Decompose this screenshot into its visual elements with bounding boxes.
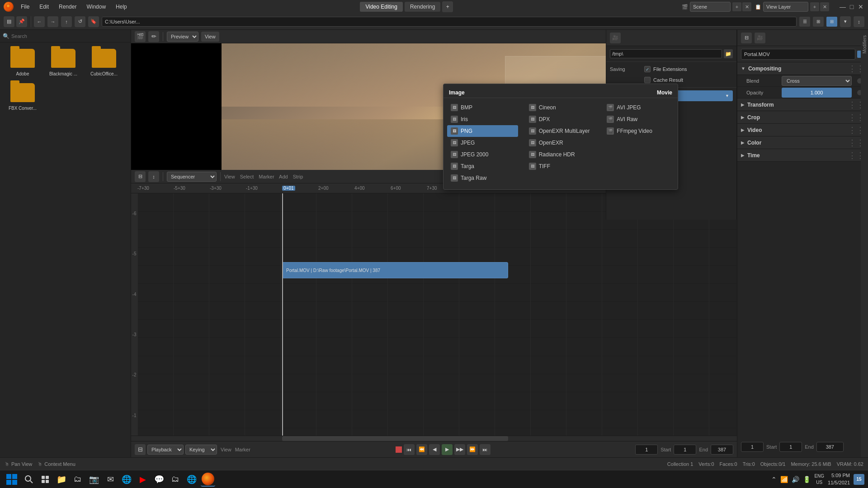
playback-view-menu[interactable]: View (221, 447, 231, 452)
start-button[interactable] (4, 471, 20, 488)
blend-select[interactable]: Cross (782, 76, 852, 86)
format-dpx[interactable]: 🖼 DPX (525, 113, 596, 125)
crop-section-header[interactable]: ▶ Crop ⋮⋮ (737, 111, 868, 124)
preview-tool-btn[interactable]: ✏ (148, 31, 159, 42)
menu-window[interactable]: Window (82, 2, 110, 12)
taskbar-search[interactable] (22, 472, 36, 487)
viewlayer-delete-btn[interactable]: ✕ (820, 2, 829, 11)
tray-lang[interactable]: ENG US (814, 473, 824, 486)
taskbar-discord[interactable]: 💬 (152, 472, 166, 487)
seq-marker-menu[interactable]: Marker (259, 174, 274, 179)
tab-add-button[interactable]: + (442, 1, 453, 12)
color-section-header[interactable]: ▶ Color ⋮⋮ (737, 136, 868, 149)
strip-start-frame[interactable] (741, 442, 764, 452)
path-display[interactable]: C:\Users\User... (102, 17, 797, 27)
format-jpeg2000[interactable]: 🖼 JPEG 2000 (447, 149, 518, 160)
video-section-header[interactable]: ▶ Video ⋮⋮ (737, 124, 868, 136)
grid-view-btn[interactable]: ⊞ (813, 17, 824, 27)
format-targa[interactable]: 🖼 Targa (447, 160, 518, 172)
seq-view-menu[interactable]: View (224, 174, 235, 179)
taskbar-files[interactable]: 🗂 (168, 472, 183, 487)
play-btn[interactable]: ▶ (442, 444, 453, 455)
forward-btn[interactable]: → (47, 16, 58, 27)
format-jpeg[interactable]: 🖼 JPEG (447, 137, 518, 149)
notification-btn[interactable]: 15 (854, 474, 864, 485)
minimize-btn[interactable]: — (839, 3, 846, 10)
list-item[interactable]: FBX Conver... (5, 81, 41, 111)
format-cineon[interactable]: 🖼 Cineon (525, 102, 596, 113)
time-section-header[interactable]: ▶ Time ⋮⋮ (737, 149, 868, 162)
scene-delete-btn[interactable]: ✕ (742, 2, 751, 11)
viewlayer-input[interactable]: View Layer (763, 2, 808, 12)
props-render-btn[interactable]: 🎥 (755, 33, 765, 43)
frame-number-input[interactable]: 1 (635, 445, 658, 455)
taskbar-browser[interactable]: 🌐 (119, 472, 134, 487)
sort-btn[interactable]: ↕ (854, 16, 864, 27)
tab-video-editing[interactable]: Video Editing (360, 2, 403, 12)
bookmark-btn[interactable]: 🔖 (88, 16, 99, 27)
viewlayer-new-btn[interactable]: + (810, 2, 819, 11)
keying-select[interactable]: Keying (185, 445, 217, 455)
cache-result-checkbox[interactable] (644, 77, 651, 83)
format-avi-raw[interactable]: 🎬 AVI Raw (603, 113, 674, 125)
opacity-input[interactable]: 1.000 (782, 88, 852, 98)
taskbar-widgets[interactable]: 🗂 (71, 472, 85, 487)
seq-cursor-btn[interactable]: ↕ (148, 171, 159, 182)
sequencer-mode-select[interactable]: Sequencer (167, 172, 217, 182)
preview-mode-select[interactable]: Preview (167, 32, 198, 42)
tray-clock[interactable]: 5:09 PM 11/5/2021 (828, 472, 850, 486)
list-item[interactable]: Blackmagic ... (45, 47, 81, 77)
playback-type-btn[interactable]: ⊟ (135, 444, 146, 455)
search-input[interactable] (11, 32, 128, 41)
record-btn[interactable] (396, 446, 402, 453)
prev-btn[interactable]: ◀ (429, 444, 440, 455)
menu-edit[interactable]: Edit (35, 2, 53, 12)
tray-network-icon[interactable]: 📶 (780, 476, 788, 483)
seq-add-menu[interactable]: Add (279, 174, 288, 179)
taskbar-explorer[interactable]: 📁 (54, 472, 69, 487)
strip-start-val[interactable] (779, 442, 802, 452)
back-btn[interactable]: ← (34, 16, 45, 27)
taskbar-youtube[interactable]: ▶ (136, 472, 150, 487)
workspace-type-btn[interactable]: ▤ (4, 16, 14, 27)
list-item[interactable]: Adobe (5, 47, 41, 77)
seq-type-btn[interactable]: ⊟ (135, 171, 146, 182)
pin-btn[interactable]: 📌 (16, 16, 27, 27)
scene-new-btn[interactable]: + (732, 2, 741, 11)
end-frame-input[interactable]: 387 (711, 445, 733, 455)
taskbar-teams[interactable]: 📷 (87, 472, 101, 487)
menu-file[interactable]: File (16, 2, 34, 12)
props-type-btn[interactable]: ⊟ (741, 33, 752, 43)
jump-end-btn[interactable]: ⏭ (480, 444, 491, 455)
next-frame-btn[interactable]: ⏩ (467, 444, 478, 455)
table-row[interactable]: Portal.MOV | D:\Raw footage\Portal.MOV |… (282, 262, 508, 278)
compositing-section-header[interactable]: ▼ Compositing ⋮⋮ (737, 62, 868, 75)
path-folder-btn[interactable]: 📁 (724, 49, 733, 58)
jump-start-btn[interactable]: ⏮ (404, 444, 415, 455)
format-openexr-multilayer[interactable]: 🖼 OpenEXR MultiLayer (525, 125, 596, 137)
tray-battery-icon[interactable]: 🔋 (803, 476, 811, 483)
up-btn[interactable]: ↑ (61, 16, 72, 27)
prev-frame-btn[interactable]: ⏪ (416, 444, 427, 455)
seq-strip-menu[interactable]: Strip (293, 174, 303, 179)
file-extensions-checkbox[interactable] (644, 66, 651, 72)
format-radiance-hdr[interactable]: 🖼 Radiance HDR (525, 149, 596, 160)
scene-input[interactable]: Scene (690, 2, 731, 12)
taskbar-mail[interactable]: ✉ (103, 472, 118, 487)
seq-select-menu[interactable]: Select (240, 174, 254, 179)
format-avi-jpeg[interactable]: 🎬 AVI JPEG (603, 102, 674, 113)
format-openexr[interactable]: 🖼 OpenEXR (525, 137, 596, 149)
menu-render[interactable]: Render (54, 2, 81, 12)
start-frame-input[interactable]: 1 (674, 445, 696, 455)
format-bmp[interactable]: 🖼 BMP (447, 102, 518, 113)
taskbar-taskview[interactable] (38, 472, 52, 487)
format-targa-raw[interactable]: 🖼 Targa Raw (447, 172, 518, 184)
format-ffmpeg[interactable]: 🎬 FFmpeg Video (603, 125, 674, 137)
modifier-tab-label[interactable]: Modifiers (861, 32, 868, 57)
playback-marker-menu[interactable]: Marker (235, 447, 250, 452)
taskbar-blender[interactable] (201, 472, 215, 487)
large-grid-btn[interactable]: ⊞ (826, 17, 837, 27)
transform-section-header[interactable]: ▶ Transform ⋮⋮ (737, 99, 868, 111)
menu-help[interactable]: Help (111, 2, 132, 12)
next-btn[interactable]: ▶▶ (454, 444, 465, 455)
